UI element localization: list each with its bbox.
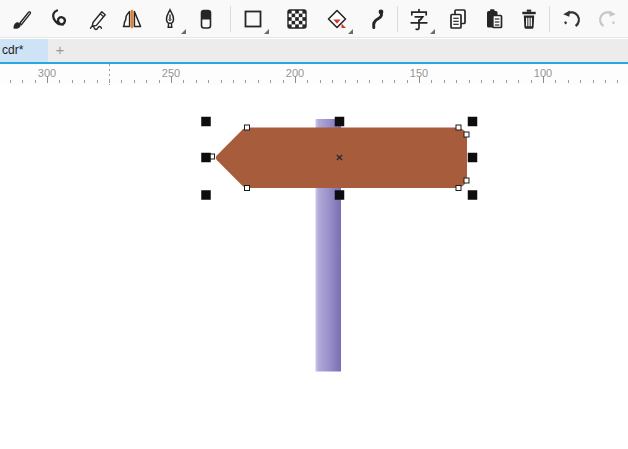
trash-icon [517,7,541,31]
drawing-canvas[interactable] [0,85,628,449]
curve-node[interactable] [464,178,469,183]
rectangle-tool[interactable] [236,2,270,36]
curve-node[interactable] [456,186,461,191]
ruler-minor-tick [97,80,98,83]
copy-icon [446,7,470,31]
selection-handle[interactable] [468,153,478,163]
selection-handle[interactable] [201,117,211,127]
ruler-minor-tick [221,80,222,83]
copy-button[interactable] [441,2,475,36]
ruler-minor-tick [258,80,259,83]
pattern-tool[interactable] [280,2,314,36]
ruler-minor-tick [593,80,594,83]
new-tab-button[interactable]: + [49,39,71,62]
ruler-minor-tick [382,80,383,83]
cjk-text-icon [407,7,431,31]
ruler-minor-tick [159,80,160,83]
arrow-sign-shape[interactable] [216,128,467,189]
smear-icon [362,7,386,31]
selection-handle[interactable] [335,117,345,127]
livesketch-tool[interactable] [81,2,115,36]
ruler-minor-tick [146,80,147,83]
pen-tool[interactable] [153,2,187,36]
selection-handle[interactable] [468,117,478,127]
ruler-minor-tick [456,80,457,83]
ruler-minor-tick [568,80,569,83]
ruler-minor-tick [134,80,135,83]
smear-tool[interactable] [357,2,391,36]
ruler-minor-tick [10,80,11,83]
ruler-minor-tick [245,80,246,83]
ruler-minor-tick [59,80,60,83]
ruler-minor-tick [22,80,23,83]
eraser-tool[interactable] [189,2,223,36]
dropdown-arrow-icon [348,29,353,34]
ruler-minor-tick [580,80,581,83]
ruler-minor-tick [506,80,507,83]
ruler-minor-tick [233,80,234,83]
delete-button[interactable] [512,2,546,36]
ruler-unit-label: 150 [410,67,428,79]
toolbar [0,0,628,38]
ruler-minor-tick [270,80,271,83]
brush-icon [10,7,34,31]
curve-node[interactable] [464,132,469,137]
toolbar-separator [397,6,398,32]
ruler-unit-label: 250 [162,67,180,79]
selection-handle[interactable] [201,153,211,163]
ruler-minor-tick [431,80,432,83]
ruler-minor-tick [72,80,73,83]
ruler-minor-tick [493,80,494,83]
freehand-icon [48,7,72,31]
mirror-tool[interactable] [115,2,149,36]
document-tab[interactable]: cdr* [0,39,48,62]
dropdown-arrow-icon [181,29,186,34]
horizontal-ruler[interactable]: 300250200150100 [0,64,628,85]
redo-icon [595,7,619,31]
toolbar-separator [549,6,550,32]
dropdown-arrow-icon [430,29,435,34]
redo-button[interactable] [590,2,624,36]
ruler-page-boundary-marker [109,64,110,85]
ruler-minor-tick [84,80,85,83]
application-window: cdr* + 300250200150100 [0,0,628,449]
toolbar-separator [230,6,231,32]
fill-tool[interactable] [320,2,354,36]
tab-bar: cdr* + [0,39,628,62]
ruler-minor-tick [196,80,197,83]
selection-handle[interactable] [335,190,345,200]
fill-diamond-icon [325,7,349,31]
dropdown-arrow-icon [264,29,269,34]
curve-node[interactable] [456,125,461,130]
text-tool[interactable] [402,2,436,36]
undo-button[interactable] [555,2,589,36]
brush-tool[interactable] [5,2,39,36]
ruler-minor-tick [481,80,482,83]
ruler-minor-tick [208,80,209,83]
ruler-minor-tick [307,80,308,83]
ruler-minor-tick [531,80,532,83]
paste-button[interactable] [477,2,511,36]
ruler-unit-label: 100 [534,67,552,79]
freehand-tool[interactable] [43,2,77,36]
eraser-icon [194,7,218,31]
checkerboard-icon [285,7,309,31]
ruler-minor-tick [518,80,519,83]
ruler-minor-tick [283,80,284,83]
curve-node[interactable] [245,186,250,191]
ruler-minor-tick [35,80,36,83]
ruler-minor-tick [369,80,370,83]
selection-handle[interactable] [201,190,211,200]
curve-node[interactable] [245,125,250,130]
ruler-minor-tick [469,80,470,83]
ruler-minor-tick [394,80,395,83]
selection-handle[interactable] [468,190,478,200]
ruler-minor-tick [320,80,321,83]
rectangle-icon [241,7,265,31]
ruler-minor-tick [345,80,346,83]
ruler-minor-tick [332,80,333,83]
ruler-minor-tick [183,80,184,83]
livesketch-icon [86,7,110,31]
ruler-minor-tick [357,80,358,83]
ruler-minor-tick [617,80,618,83]
